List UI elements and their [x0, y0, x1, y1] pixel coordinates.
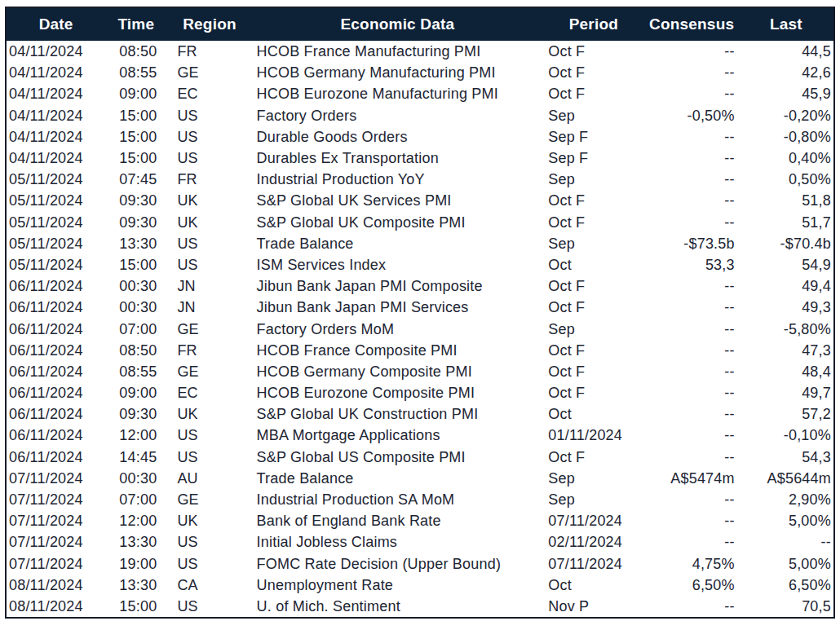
cell-period: 01/11/2024: [542, 425, 644, 446]
cell-consensus: --: [645, 318, 739, 339]
cell-period: Oct F: [542, 83, 644, 104]
table-row: 07/11/202419:00USFOMC Rate Decision (Upp…: [6, 553, 834, 575]
cell-consensus: 53,3: [645, 254, 739, 275]
cell-last: 51,7: [739, 212, 834, 233]
cell-time: 15:00: [105, 126, 166, 148]
cell-time: 08:55: [105, 361, 166, 382]
cell-date: 06/11/2024: [6, 297, 105, 318]
cell-last: -$70.4b: [739, 233, 834, 254]
cell-date: 06/11/2024: [6, 318, 105, 339]
cell-economic_data: HCOB Eurozone Manufacturing PMI: [253, 83, 543, 104]
table-row: 05/11/202407:45FRIndustrial Production Y…: [6, 169, 834, 190]
cell-economic_data: Unemployment Rate: [253, 575, 543, 596]
table-row: 06/11/202412:00USMBA Mortgage Applicatio…: [6, 425, 834, 446]
cell-period: Oct: [542, 403, 644, 425]
cell-date: 06/11/2024: [6, 447, 105, 468]
cell-consensus: --: [645, 212, 739, 233]
cell-period: Sep: [542, 233, 644, 254]
cell-period: Sep F: [542, 148, 644, 169]
table-row: 08/11/202413:30CAUnemployment RateOct6,5…: [6, 575, 834, 596]
cell-economic_data: HCOB Germany Composite PMI: [253, 361, 543, 382]
cell-economic_data: Factory Orders MoM: [253, 318, 543, 339]
cell-economic_data: Durable Goods Orders: [253, 126, 543, 148]
cell-date: 06/11/2024: [6, 275, 105, 297]
table-row: 06/11/202400:30JNJibun Bank Japan PMI Se…: [6, 297, 834, 318]
cell-economic_data: S&P Global UK Construction PMI: [253, 403, 543, 425]
cell-date: 04/11/2024: [6, 62, 105, 83]
cell-last: 49,4: [739, 275, 834, 297]
cell-consensus: --: [645, 148, 739, 169]
economic-calendar-table-container: Date Time Region Economic Data Period Co…: [5, 7, 835, 619]
cell-period: 02/11/2024: [542, 531, 644, 553]
table-row: 04/11/202415:00USDurables Ex Transportat…: [6, 148, 834, 169]
cell-last: 70,5: [739, 596, 834, 618]
cell-consensus: 4,75%: [645, 553, 739, 575]
cell-time: 09:30: [105, 212, 166, 233]
cell-period: Oct F: [542, 340, 644, 361]
cell-region: US: [166, 126, 252, 148]
table-row: 04/11/202409:00ECHCOB Eurozone Manufactu…: [6, 83, 834, 104]
cell-consensus: --: [645, 340, 739, 361]
table-row: 07/11/202400:30AUTrade BalanceSepA$5474m…: [6, 468, 834, 489]
cell-consensus: --: [645, 83, 739, 104]
cell-economic_data: HCOB France Composite PMI: [253, 340, 543, 361]
cell-last: 48,4: [739, 361, 834, 382]
cell-consensus: --: [645, 403, 739, 425]
cell-consensus: -0,50%: [645, 105, 739, 126]
table-row: 06/11/202414:45USS&P Global US Composite…: [6, 447, 834, 468]
cell-consensus: --: [645, 489, 739, 510]
table-row: 06/11/202407:00GEFactory Orders MoMSep--…: [6, 318, 834, 339]
cell-period: Oct F: [542, 361, 644, 382]
cell-region: GE: [166, 489, 252, 510]
cell-period: Oct F: [542, 275, 644, 297]
column-header-last: Last: [739, 7, 834, 41]
cell-consensus: --: [645, 190, 739, 211]
cell-region: US: [166, 148, 252, 169]
cell-last: -0,20%: [739, 105, 834, 126]
cell-last: A$5644m: [739, 468, 834, 489]
cell-last: 0,40%: [739, 148, 834, 169]
cell-region: UK: [166, 403, 252, 425]
cell-consensus: --: [645, 382, 739, 403]
table-header: Date Time Region Economic Data Period Co…: [6, 7, 834, 41]
cell-economic_data: ISM Services Index: [253, 254, 543, 275]
cell-consensus: --: [645, 275, 739, 297]
cell-last: 5,00%: [739, 553, 834, 575]
cell-region: UK: [166, 212, 252, 233]
cell-consensus: --: [645, 126, 739, 148]
economic-calendar-table: Date Time Region Economic Data Period Co…: [5, 7, 835, 619]
table-row: 05/11/202415:00USISM Services IndexOct53…: [6, 254, 834, 275]
cell-economic_data: Industrial Production YoY: [253, 169, 543, 190]
cell-last: 6,50%: [739, 575, 834, 596]
cell-region: CA: [166, 575, 252, 596]
cell-economic_data: FOMC Rate Decision (Upper Bound): [253, 553, 543, 575]
cell-date: 05/11/2024: [6, 169, 105, 190]
cell-time: 00:30: [105, 468, 166, 489]
cell-economic_data: HCOB Eurozone Composite PMI: [253, 382, 543, 403]
cell-date: 04/11/2024: [6, 105, 105, 126]
cell-period: Oct F: [542, 382, 644, 403]
cell-region: US: [166, 233, 252, 254]
cell-date: 06/11/2024: [6, 425, 105, 446]
cell-economic_data: Trade Balance: [253, 233, 543, 254]
cell-region: AU: [166, 468, 252, 489]
cell-last: -0,80%: [739, 126, 834, 148]
cell-date: 08/11/2024: [6, 575, 105, 596]
cell-region: UK: [166, 510, 252, 531]
cell-period: Oct F: [542, 190, 644, 211]
cell-time: 07:00: [105, 489, 166, 510]
cell-date: 05/11/2024: [6, 212, 105, 233]
cell-region: FR: [166, 41, 252, 62]
table-row: 04/11/202415:00USFactory OrdersSep-0,50%…: [6, 105, 834, 126]
table-row: 05/11/202409:30UKS&P Global UK Services …: [6, 190, 834, 211]
cell-date: 05/11/2024: [6, 190, 105, 211]
cell-period: Nov P: [542, 596, 644, 618]
cell-date: 04/11/2024: [6, 41, 105, 62]
table-row: 06/11/202400:30JNJibun Bank Japan PMI Co…: [6, 275, 834, 297]
cell-region: US: [166, 254, 252, 275]
table-body: 04/11/202408:50FRHCOB France Manufacturi…: [6, 41, 834, 618]
cell-region: US: [166, 553, 252, 575]
cell-period: Oct: [542, 575, 644, 596]
cell-period: Oct: [542, 254, 644, 275]
cell-time: 07:00: [105, 318, 166, 339]
